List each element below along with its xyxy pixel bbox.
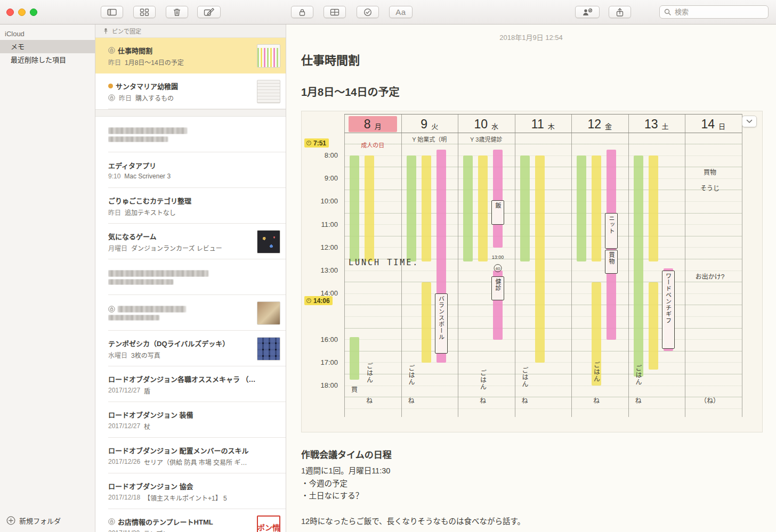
attachment-menu-button[interactable]	[742, 116, 757, 127]
note-item-title-line: ごりゅごこむカテゴリ整理	[108, 195, 280, 206]
window-controls	[6, 9, 37, 16]
note-item-snippet: 購入するもの	[135, 93, 174, 102]
gallery-view-icon	[139, 8, 150, 17]
schedule-bar	[535, 155, 545, 363]
time-label: 12:00	[302, 243, 338, 251]
schedule-column-line	[458, 114, 458, 417]
note-item-thumbnail	[257, 230, 280, 253]
note-list-item[interactable]: ロードオブダンジョン 装備2017/12/27杖	[95, 402, 286, 438]
note-item-date: 昨日	[108, 58, 121, 67]
note-item-title-line	[108, 306, 253, 313]
schedule-bar	[478, 155, 488, 261]
note-list-item[interactable]: ロードオブダンジョン 協会2017/12/18【領主スキルポイント+1】 5	[95, 473, 286, 509]
note-item-meta-line: 2017/12/27盾	[108, 386, 280, 395]
new-note-button[interactable]	[197, 6, 221, 18]
lock-icon	[108, 518, 115, 525]
note-list-item-redacted[interactable]	[95, 295, 286, 331]
note-item-main	[108, 270, 280, 285]
clock-icon	[306, 298, 311, 303]
schedule-annotation: そうじ	[700, 183, 720, 192]
schedule-annotation: （ね）	[700, 396, 720, 405]
gallery-view-button[interactable]	[133, 6, 156, 18]
note-editor[interactable]: 2018年1月9日 12:54 仕事時間割 1月8日〜14日の予定 8月成人の日…	[286, 24, 776, 532]
note-item-title: 仕事時間割	[118, 45, 152, 55]
schedule-day-header: 8月	[349, 116, 397, 132]
note-list-item[interactable]: ロードオブダンジョン 配置メンバーのスキル2017/12/26セリア（供給 防具…	[95, 438, 286, 473]
note-list-item[interactable]: テンポゼシカ（DQライバルズデッキ）水曜日3枚の写真	[95, 331, 286, 366]
note-item-snippet: ダンジョンランカーズ レビュー	[131, 243, 222, 252]
task-label: バランスボール	[437, 294, 446, 340]
search-field[interactable]	[659, 5, 769, 19]
note-item-main: テンポゼシカ（DQライバルズデッキ）水曜日3枚の写真	[108, 338, 253, 359]
unread-dot-icon	[108, 84, 113, 88]
sidebar-item-label: メモ	[11, 43, 25, 51]
note-list-item-redacted[interactable]	[95, 259, 286, 295]
note-item-title: ロードオブダンジョン 配置メンバーのスキル	[108, 445, 249, 455]
format-button[interactable]: Aa	[389, 6, 413, 18]
note-item-thumbnail	[257, 337, 280, 361]
schedule-header-line	[344, 133, 742, 133]
note-item-meta-line: 月曜日ダンジョンランカーズ レビュー	[108, 243, 253, 252]
note-list-item[interactable]: 気になるゲーム月曜日ダンジョンランカーズ レビュー	[95, 224, 286, 259]
collaborate-button[interactable]	[575, 6, 600, 18]
schedule-attachment[interactable]: 8月成人の日9火Y 始業式（明10水Y 3歳児健診11木12金13土14日8:0…	[301, 111, 763, 432]
note-list-item-redacted[interactable]	[95, 117, 286, 152]
note-list-item[interactable]: お店情報のテンプレートHTML2017/11/30テンプレポン情	[95, 509, 286, 532]
schedule-annotation: 40	[494, 264, 502, 272]
lock-icon	[108, 94, 115, 101]
day-of-week: 木	[548, 121, 555, 131]
schedule-task-box: 買物	[605, 250, 618, 274]
time-label: 17:00	[302, 358, 338, 366]
close-button[interactable]	[6, 9, 14, 16]
note-item-snippet: Mac Scrivener 3	[124, 173, 171, 180]
schedule-task-box: ワードベンチギフ	[662, 271, 675, 349]
task-label: 買物	[607, 250, 616, 265]
note-item-snippet: 杖	[144, 422, 150, 431]
new-folder-button[interactable]: 新規フォルダ	[6, 515, 61, 526]
note-item-title-line: 仕事時間割	[108, 45, 253, 55]
note-list-item[interactable]: ごりゅごこむカテゴリ整理昨日追加テキストなし	[95, 188, 286, 224]
zoom-button[interactable]	[30, 9, 37, 16]
day-number: 13	[644, 117, 658, 132]
note-list-item[interactable]: 仕事時間割昨日1月8日〜14日の予定	[95, 38, 286, 73]
note-item-snippet: 盾	[144, 386, 150, 395]
note-item-thumbnail	[257, 80, 280, 103]
checklist-button[interactable]	[357, 6, 379, 18]
lock-icon	[108, 306, 115, 313]
sidebar-item-notes[interactable]: メモ	[0, 40, 95, 53]
task-label: ニット	[607, 214, 616, 234]
note-list-item[interactable]: サンタマリア幼稚園昨日購入するもの	[95, 73, 286, 109]
note-section: 作戦会議タイムの日程1週間に1回。月曜日11:30・今週の予定・土日なにする？	[301, 447, 761, 503]
day-of-week: 金	[605, 121, 612, 131]
time-label: 13:00	[302, 266, 338, 274]
note-title: 仕事時間割	[301, 51, 776, 68]
pinned-section-divider	[95, 109, 286, 117]
schedule-task-box: ニット	[605, 213, 618, 249]
note-list-item[interactable]: ロードオブダンジョン各職オススメキャラ （…2017/12/27盾	[95, 366, 286, 402]
share-button[interactable]	[609, 6, 631, 18]
note-section: 12時になったらご飯で、長くなりそうなものは食べながら話す。	[301, 515, 761, 528]
note-item-title-line: 気になるゲーム	[108, 231, 253, 241]
search-input[interactable]	[674, 7, 764, 17]
schedule-annotation: 買	[351, 384, 358, 394]
time-label: 9:00	[302, 174, 338, 182]
lock-note-button[interactable]	[291, 6, 313, 18]
note-list-item[interactable]: エディタアプリ9:10Mac Scrivener 3	[95, 152, 286, 188]
note-item-title: サンタマリア幼稚園	[116, 81, 178, 91]
notes-list: ピンで固定 仕事時間割昨日1月8日〜14日の予定サンタマリア幼稚園昨日購入するも…	[95, 24, 286, 532]
minimize-button[interactable]	[18, 9, 26, 16]
day-of-week: 水	[491, 121, 498, 131]
schedule-task-box: 健診	[491, 276, 504, 300]
timestamp-text: 14:06	[313, 297, 330, 305]
day-number: 12	[587, 117, 601, 132]
toggle-sidebar-button[interactable]	[101, 6, 123, 18]
schedule-annotation: ごはん	[592, 362, 601, 382]
note-item-date: 昨日	[108, 208, 121, 217]
note-item-date: 2017/11/30	[108, 529, 140, 532]
schedule-day-header: 14日	[685, 116, 742, 132]
insert-table-button[interactable]	[324, 6, 346, 18]
delete-note-button[interactable]	[166, 6, 188, 18]
sidebar-item-recently-deleted[interactable]: 最近削除した項目	[0, 53, 95, 67]
note-item-meta-line: 2017/12/18【領主スキルポイント+1】 5	[108, 493, 280, 502]
schedule-header-line	[344, 114, 742, 114]
